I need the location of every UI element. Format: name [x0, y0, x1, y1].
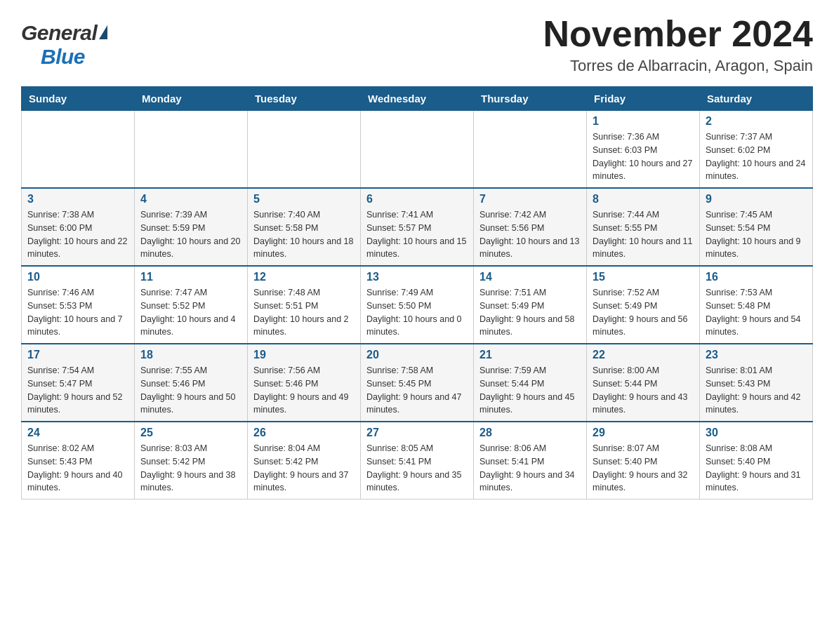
- table-row: 18Sunrise: 7:55 AMSunset: 5:46 PMDayligh…: [135, 344, 248, 422]
- day-number: 3: [27, 193, 128, 206]
- table-row: 10Sunrise: 7:46 AMSunset: 5:53 PMDayligh…: [22, 266, 135, 344]
- day-number: 9: [706, 193, 807, 206]
- day-number: 15: [593, 271, 694, 283]
- table-row: [248, 111, 361, 189]
- day-info: Sunrise: 8:00 AMSunset: 5:44 PMDaylight:…: [593, 364, 694, 417]
- day-number: 29: [593, 427, 694, 439]
- day-info: Sunrise: 7:52 AMSunset: 5:49 PMDaylight:…: [593, 286, 694, 339]
- day-number: 19: [253, 349, 355, 361]
- day-number: 17: [27, 349, 128, 361]
- day-info: Sunrise: 7:56 AMSunset: 5:46 PMDaylight:…: [253, 364, 355, 417]
- header-tuesday: Tuesday: [248, 87, 361, 111]
- day-info: Sunrise: 8:02 AMSunset: 5:43 PMDaylight:…: [27, 442, 128, 495]
- logo: General Blue: [21, 21, 107, 69]
- table-row: 11Sunrise: 7:47 AMSunset: 5:52 PMDayligh…: [135, 266, 248, 344]
- day-number: 1: [593, 115, 694, 128]
- table-row: [135, 111, 248, 189]
- table-row: 26Sunrise: 8:04 AMSunset: 5:42 PMDayligh…: [248, 422, 361, 499]
- table-row: 1Sunrise: 7:36 AMSunset: 6:03 PMDaylight…: [587, 111, 700, 189]
- day-info: Sunrise: 7:45 AMSunset: 5:54 PMDaylight:…: [706, 208, 807, 261]
- day-number: 6: [366, 193, 468, 206]
- header-sunday: Sunday: [22, 87, 135, 111]
- table-row: 8Sunrise: 7:44 AMSunset: 5:55 PMDaylight…: [587, 188, 700, 266]
- day-number: 14: [479, 271, 581, 283]
- day-info: Sunrise: 7:53 AMSunset: 5:48 PMDaylight:…: [706, 286, 807, 339]
- table-row: 7Sunrise: 7:42 AMSunset: 5:56 PMDaylight…: [474, 188, 587, 266]
- day-number: 22: [593, 349, 694, 361]
- table-row: 15Sunrise: 7:52 AMSunset: 5:49 PMDayligh…: [587, 266, 700, 344]
- day-number: 20: [366, 349, 468, 361]
- day-info: Sunrise: 7:38 AMSunset: 6:00 PMDaylight:…: [27, 208, 128, 261]
- logo-arrow-icon: [99, 25, 107, 39]
- day-number: 16: [706, 271, 807, 283]
- day-number: 2: [706, 115, 807, 128]
- day-info: Sunrise: 7:59 AMSunset: 5:44 PMDaylight:…: [479, 364, 581, 417]
- day-info: Sunrise: 7:55 AMSunset: 5:46 PMDaylight:…: [140, 364, 241, 417]
- table-row: 19Sunrise: 7:56 AMSunset: 5:46 PMDayligh…: [248, 344, 361, 422]
- table-row: 22Sunrise: 8:00 AMSunset: 5:44 PMDayligh…: [587, 344, 700, 422]
- table-row: 14Sunrise: 7:51 AMSunset: 5:49 PMDayligh…: [474, 266, 587, 344]
- calendar-week-row: 10Sunrise: 7:46 AMSunset: 5:53 PMDayligh…: [22, 266, 813, 344]
- location-subtitle: Torres de Albarracin, Aragon, Spain: [543, 57, 813, 75]
- table-row: 5Sunrise: 7:40 AMSunset: 5:58 PMDaylight…: [248, 188, 361, 266]
- day-number: 4: [140, 193, 241, 206]
- day-info: Sunrise: 7:48 AMSunset: 5:51 PMDaylight:…: [253, 286, 355, 339]
- day-info: Sunrise: 8:07 AMSunset: 5:40 PMDaylight:…: [593, 442, 694, 495]
- day-info: Sunrise: 7:54 AMSunset: 5:47 PMDaylight:…: [27, 364, 128, 417]
- day-number: 30: [706, 427, 807, 439]
- table-row: 4Sunrise: 7:39 AMSunset: 5:59 PMDaylight…: [135, 188, 248, 266]
- header-saturday: Saturday: [700, 87, 813, 111]
- table-row: 6Sunrise: 7:41 AMSunset: 5:57 PMDaylight…: [361, 188, 474, 266]
- day-number: 11: [140, 271, 241, 283]
- day-info: Sunrise: 7:49 AMSunset: 5:50 PMDaylight:…: [366, 286, 468, 339]
- table-row: [361, 111, 474, 189]
- table-row: 29Sunrise: 8:07 AMSunset: 5:40 PMDayligh…: [587, 422, 700, 499]
- day-number: 26: [253, 427, 355, 439]
- calendar-week-row: 3Sunrise: 7:38 AMSunset: 6:00 PMDaylight…: [22, 188, 813, 266]
- table-row: 23Sunrise: 8:01 AMSunset: 5:43 PMDayligh…: [700, 344, 813, 422]
- table-row: 12Sunrise: 7:48 AMSunset: 5:51 PMDayligh…: [248, 266, 361, 344]
- table-row: 24Sunrise: 8:02 AMSunset: 5:43 PMDayligh…: [22, 422, 135, 499]
- day-number: 27: [366, 427, 468, 439]
- title-block: November 2024 Torres de Albarracin, Arag…: [543, 14, 813, 75]
- day-info: Sunrise: 7:58 AMSunset: 5:45 PMDaylight:…: [366, 364, 468, 417]
- day-info: Sunrise: 7:36 AMSunset: 6:03 PMDaylight:…: [593, 130, 694, 183]
- day-info: Sunrise: 7:37 AMSunset: 6:02 PMDaylight:…: [706, 130, 807, 183]
- table-row: [474, 111, 587, 189]
- table-row: 17Sunrise: 7:54 AMSunset: 5:47 PMDayligh…: [22, 344, 135, 422]
- page-header: General Blue November 2024 Torres de Alb…: [21, 14, 813, 75]
- day-info: Sunrise: 8:03 AMSunset: 5:42 PMDaylight:…: [140, 442, 241, 495]
- day-number: 25: [140, 427, 241, 439]
- logo-general-text: General: [21, 21, 97, 45]
- day-info: Sunrise: 7:40 AMSunset: 5:58 PMDaylight:…: [253, 208, 355, 261]
- day-number: 21: [479, 349, 581, 361]
- day-number: 8: [593, 193, 694, 206]
- calendar-week-row: 17Sunrise: 7:54 AMSunset: 5:47 PMDayligh…: [22, 344, 813, 422]
- day-number: 28: [479, 427, 581, 439]
- day-number: 13: [366, 271, 468, 283]
- day-number: 24: [27, 427, 128, 439]
- day-number: 18: [140, 349, 241, 361]
- header-friday: Friday: [587, 87, 700, 111]
- calendar-week-row: 1Sunrise: 7:36 AMSunset: 6:03 PMDaylight…: [22, 111, 813, 189]
- header-wednesday: Wednesday: [361, 87, 474, 111]
- day-number: 7: [479, 193, 581, 206]
- day-info: Sunrise: 8:04 AMSunset: 5:42 PMDaylight:…: [253, 442, 355, 495]
- table-row: 28Sunrise: 8:06 AMSunset: 5:41 PMDayligh…: [474, 422, 587, 499]
- day-info: Sunrise: 8:01 AMSunset: 5:43 PMDaylight:…: [706, 364, 807, 417]
- table-row: 2Sunrise: 7:37 AMSunset: 6:02 PMDaylight…: [700, 111, 813, 189]
- table-row: 27Sunrise: 8:05 AMSunset: 5:41 PMDayligh…: [361, 422, 474, 499]
- weekday-header-row: Sunday Monday Tuesday Wednesday Thursday…: [22, 87, 813, 111]
- day-info: Sunrise: 8:05 AMSunset: 5:41 PMDaylight:…: [366, 442, 468, 495]
- table-row: 21Sunrise: 7:59 AMSunset: 5:44 PMDayligh…: [474, 344, 587, 422]
- table-row: 13Sunrise: 7:49 AMSunset: 5:50 PMDayligh…: [361, 266, 474, 344]
- day-number: 10: [27, 271, 128, 283]
- day-info: Sunrise: 7:51 AMSunset: 5:49 PMDaylight:…: [479, 286, 581, 339]
- table-row: 9Sunrise: 7:45 AMSunset: 5:54 PMDaylight…: [700, 188, 813, 266]
- calendar-table: Sunday Monday Tuesday Wednesday Thursday…: [21, 86, 813, 499]
- table-row: 25Sunrise: 8:03 AMSunset: 5:42 PMDayligh…: [135, 422, 248, 499]
- day-info: Sunrise: 7:46 AMSunset: 5:53 PMDaylight:…: [27, 286, 128, 339]
- day-info: Sunrise: 7:44 AMSunset: 5:55 PMDaylight:…: [593, 208, 694, 261]
- day-info: Sunrise: 7:39 AMSunset: 5:59 PMDaylight:…: [140, 208, 241, 261]
- table-row: [22, 111, 135, 189]
